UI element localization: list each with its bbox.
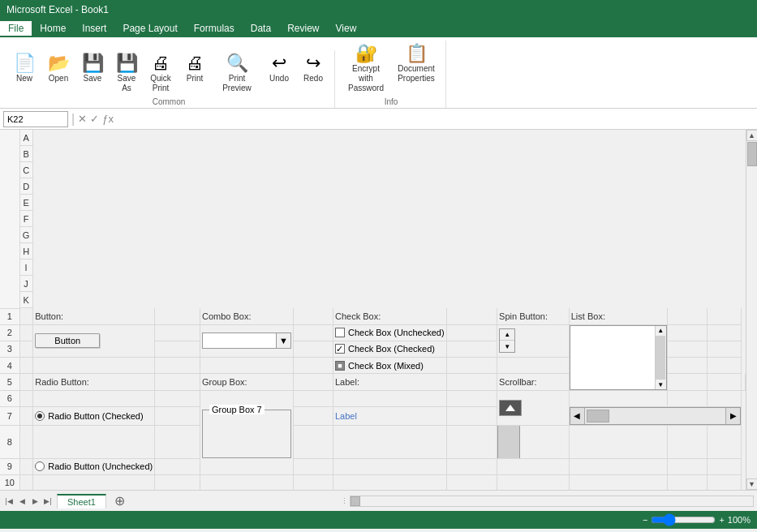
cell-g3[interactable] — [446, 341, 497, 357]
new-button[interactable]: 📄 New — [8, 52, 41, 94]
cell-f1[interactable]: Check Box: — [333, 308, 446, 324]
radio-circle-1[interactable] — [35, 411, 45, 421]
cell-e5[interactable] — [293, 374, 333, 390]
cell-a3[interactable] — [19, 341, 33, 357]
cell-e8[interactable] — [293, 425, 333, 458]
checkbox-unchecked[interactable]: Check Box (Unchecked) — [335, 328, 445, 337]
cell-h2[interactable]: ▲ ▼ — [497, 324, 570, 358]
cell-k8[interactable] — [707, 425, 741, 458]
cancel-icon[interactable]: ✕ — [78, 113, 87, 125]
func-icon[interactable]: ƒx — [102, 113, 114, 125]
cell-j5[interactable] — [707, 374, 741, 390]
cell-b5[interactable]: Radio Button: — [33, 374, 155, 390]
cell-k9[interactable] — [707, 458, 741, 474]
sheet-next-btn[interactable]: ▶ — [29, 496, 41, 507]
cell-a9[interactable] — [19, 458, 33, 474]
cell-b2[interactable]: Button — [33, 324, 155, 358]
save-as-button[interactable]: 💾 Save As — [110, 52, 143, 96]
cell-c5[interactable] — [155, 374, 200, 390]
cell-f4[interactable]: ■ Check Box (Mixed) — [333, 358, 446, 374]
grid-v-scrollbar[interactable]: ▲ ▼ — [746, 130, 757, 490]
col-header-d[interactable]: D — [20, 178, 33, 195]
checkbox-box-2[interactable]: ✓ — [335, 344, 345, 354]
cell-k4[interactable] — [707, 358, 741, 374]
scroll-h-left-btn[interactable]: ◀ — [570, 408, 585, 424]
save-button[interactable]: 💾 Save — [76, 52, 109, 94]
listbox-widget[interactable]: ▲ ▼ — [570, 325, 667, 390]
cell-k1[interactable] — [707, 308, 741, 324]
checkbox-box-3[interactable]: ■ — [335, 361, 345, 371]
cell-i6[interactable] — [569, 390, 667, 406]
cell-i9[interactable] — [569, 458, 667, 474]
cell-a7[interactable] — [19, 406, 33, 425]
cell-b1[interactable]: Button: — [33, 308, 155, 324]
col-header-f[interactable]: F — [20, 211, 33, 227]
print-button[interactable]: 🖨 Print — [178, 52, 211, 94]
col-header-j[interactable]: J — [20, 276, 33, 292]
menu-insert[interactable]: Insert — [74, 21, 114, 36]
cell-j3[interactable] — [667, 341, 707, 357]
cell-g5[interactable] — [446, 374, 497, 390]
sheet-prev-btn[interactable]: ◀ — [16, 496, 28, 507]
spin-up-btn[interactable]: ▲ — [500, 329, 514, 341]
cell-f7[interactable]: Label — [333, 406, 446, 425]
cell-i8[interactable] — [569, 425, 667, 458]
sheet-tab-1[interactable]: Sheet1 — [57, 494, 106, 508]
scroll-v-up-btn[interactable] — [500, 401, 521, 415]
cell-e9[interactable] — [293, 458, 333, 474]
cell-a5[interactable] — [19, 374, 33, 390]
cell-d5[interactable]: Group Box: — [200, 374, 293, 390]
cell-j6[interactable] — [667, 390, 707, 406]
cell-k3[interactable] — [707, 341, 741, 357]
spinbutton-widget[interactable]: ▲ ▼ — [499, 328, 515, 353]
listbox-scroll-up[interactable]: ▲ — [656, 326, 665, 335]
cell-c1[interactable] — [155, 308, 200, 324]
cell-g9[interactable] — [446, 458, 497, 474]
open-button[interactable]: 📂 Open — [42, 52, 75, 94]
combobox-widget[interactable]: ▼ — [202, 332, 291, 349]
checkbox-mixed[interactable]: ■ Check Box (Mixed) — [335, 361, 445, 371]
encrypt-button[interactable]: 🔐 Encrypt with Password — [342, 42, 390, 96]
col-header-k[interactable]: K — [20, 292, 33, 308]
listbox-scroll-down[interactable]: ▼ — [656, 380, 665, 389]
menu-page-layout[interactable]: Page Layout — [114, 21, 185, 36]
cell-g6[interactable] — [446, 390, 497, 406]
scrollbar-h-widget[interactable]: ◀ ▶ — [570, 407, 741, 425]
sheet-first-btn[interactable]: |◀ — [3, 496, 15, 507]
cell-e1[interactable] — [293, 308, 333, 324]
menu-review[interactable]: Review — [279, 21, 327, 36]
cell-h5[interactable]: Scrollbar: — [497, 374, 570, 390]
cell-g2[interactable] — [446, 324, 497, 341]
zoom-in-icon[interactable]: + — [719, 515, 724, 525]
cell-e6[interactable] — [293, 390, 333, 406]
cell-a8[interactable] — [19, 425, 33, 458]
cell-i1[interactable]: List Box: — [569, 308, 667, 324]
radio-unchecked[interactable]: Radio Button (Unchecked) — [35, 461, 153, 471]
cell-c8[interactable] — [155, 425, 200, 458]
cell-h6[interactable] — [497, 390, 570, 425]
spin-down-btn[interactable]: ▼ — [500, 341, 514, 352]
cell-i7[interactable]: ◀ ▶ — [569, 406, 741, 425]
checkbox-box-1[interactable] — [335, 328, 345, 337]
cell-j2[interactable] — [667, 324, 707, 341]
col-header-h[interactable]: H — [20, 243, 33, 260]
cell-f2[interactable]: Check Box (Unchecked) — [333, 324, 446, 341]
cell-k5[interactable] — [742, 374, 746, 390]
cell-g8[interactable] — [446, 425, 497, 458]
cell-h1[interactable]: Spin Button: — [497, 308, 570, 324]
cell-b4[interactable] — [33, 358, 155, 374]
cell-f8[interactable] — [333, 425, 446, 458]
col-header-e[interactable]: E — [20, 195, 33, 211]
doc-props-button[interactable]: 📋 Document Properties — [392, 42, 441, 86]
col-header-g[interactable]: G — [20, 227, 33, 243]
col-header-i[interactable]: I — [20, 260, 33, 276]
menu-formulas[interactable]: Formulas — [186, 21, 243, 36]
checkbox-checked[interactable]: ✓ Check Box (Checked) — [335, 344, 445, 354]
combo-arrow-icon[interactable]: ▼ — [276, 333, 290, 348]
scroll-h-right-btn[interactable]: ▶ — [725, 408, 740, 424]
cell-e3[interactable] — [293, 341, 333, 357]
formula-input[interactable] — [117, 114, 754, 124]
cell-a6[interactable] — [19, 390, 33, 406]
radio-checked[interactable]: Radio Button (Checked) — [35, 411, 153, 421]
cell-a2[interactable] — [19, 324, 33, 341]
